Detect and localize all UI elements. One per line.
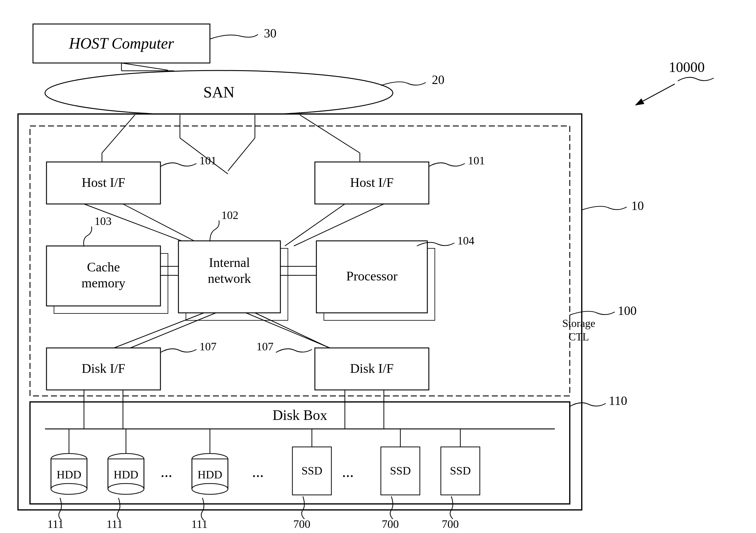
svg-text:Host I/F: Host I/F	[82, 175, 125, 190]
svg-text:HDD: HDD	[114, 468, 138, 481]
svg-text:30: 30	[264, 26, 277, 40]
svg-text:100: 100	[618, 304, 637, 318]
svg-text:Cache: Cache	[87, 260, 120, 274]
svg-text:CTL: CTL	[569, 331, 589, 343]
svg-text:700: 700	[382, 518, 399, 530]
svg-text:Disk I/F: Disk I/F	[82, 361, 125, 376]
svg-text:10000: 10000	[669, 59, 705, 75]
svg-text:HDD: HDD	[57, 468, 81, 481]
svg-point-72	[51, 484, 87, 494]
svg-text:110: 110	[609, 394, 627, 407]
diagram: HOST Computer 30 SAN 20 10 100 Storage C…	[0, 0, 756, 533]
svg-text:Processor: Processor	[346, 269, 397, 283]
svg-text:...: ...	[342, 463, 354, 480]
svg-text:Disk I/F: Disk I/F	[350, 361, 393, 376]
svg-point-80	[108, 484, 144, 494]
svg-text:111: 111	[47, 518, 64, 530]
svg-point-89	[192, 484, 228, 494]
svg-text:SAN: SAN	[203, 84, 234, 101]
svg-text:memory: memory	[82, 276, 126, 290]
svg-text:network: network	[208, 271, 251, 286]
svg-text:HDD: HDD	[198, 468, 222, 481]
svg-text:700: 700	[293, 518, 310, 530]
svg-text:...: ...	[161, 463, 173, 480]
svg-text:Internal: Internal	[209, 255, 250, 270]
svg-text:SSD: SSD	[301, 464, 322, 477]
svg-text:107: 107	[256, 340, 274, 353]
svg-text:104: 104	[457, 234, 474, 247]
svg-text:111: 111	[106, 518, 122, 530]
svg-text:103: 103	[94, 215, 112, 227]
svg-text:SSD: SSD	[390, 464, 411, 477]
svg-text:101: 101	[200, 154, 217, 167]
svg-text:20: 20	[432, 73, 445, 87]
svg-text:101: 101	[468, 154, 485, 167]
svg-text:...: ...	[252, 463, 264, 480]
svg-text:Storage: Storage	[562, 317, 595, 329]
svg-text:107: 107	[200, 340, 217, 353]
svg-text:10: 10	[631, 199, 644, 213]
svg-text:Host I/F: Host I/F	[350, 175, 393, 190]
svg-text:Disk Box: Disk Box	[273, 407, 328, 423]
svg-text:111: 111	[191, 518, 207, 530]
svg-text:HOST Computer: HOST Computer	[69, 35, 174, 52]
svg-text:SSD: SSD	[450, 464, 471, 477]
svg-text:700: 700	[442, 518, 459, 530]
svg-text:102: 102	[221, 209, 238, 221]
